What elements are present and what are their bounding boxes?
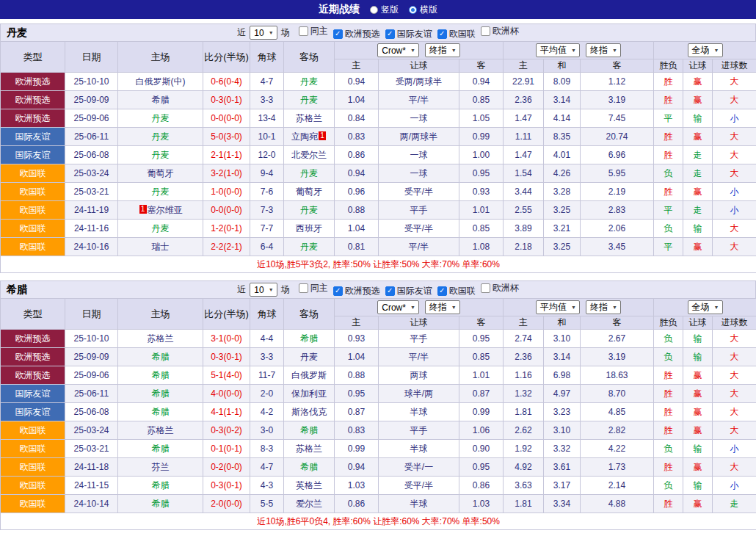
corner-score: 7-3 — [250, 201, 284, 220]
checkbox-icon[interactable]: ✓ — [385, 29, 395, 39]
filter-checkbox[interactable]: ✓欧国联 — [437, 285, 476, 297]
full-match-select[interactable]: 全场 ▼ — [688, 43, 723, 57]
league-badge: 欧国联 — [1, 477, 65, 495]
filter-checkbox[interactable]: ✓欧洲预选 — [333, 285, 380, 297]
asia-away-odds: 1.01 — [459, 366, 504, 385]
asia-away-odds: 0.86 — [459, 477, 504, 495]
asia-handicap-line: 平/半 — [379, 348, 459, 366]
asia-handicap-line: 平手 — [379, 421, 459, 440]
checkbox-icon[interactable]: ✓ — [437, 286, 447, 296]
filter-checkbox[interactable]: ✓国际友谊 — [385, 285, 432, 297]
checkbox-icon[interactable]: ✓ — [437, 29, 447, 39]
filter-checkbox[interactable]: ✓国际友谊 — [385, 28, 432, 40]
summary-text: 近10场,胜6平0负4, 胜率:60% 让胜率:60% 大率:70% 单率:50… — [1, 513, 756, 530]
euro-home-odds: 4.92 — [504, 458, 544, 477]
asia-away-odds: 0.85 — [459, 220, 504, 238]
result-handicap: 赢 — [683, 403, 713, 421]
filter-checkbox[interactable]: ✓欧洲预选 — [333, 28, 380, 40]
away-team: 立陶宛1 — [284, 128, 335, 146]
score: 5-0(3-0) — [203, 128, 250, 146]
europe-final-odds-select[interactable]: 终指 ▼ — [586, 300, 621, 314]
result-outcome: 负 — [654, 220, 683, 238]
games-count-select[interactable]: 10 ▼ — [250, 283, 277, 297]
summary-text: 近10场,胜5平3负2, 胜率:50% 让胜率:50% 大率:70% 单率:60… — [1, 256, 756, 273]
result-goals: 大 — [713, 220, 756, 238]
score: 0-3(0-2) — [203, 421, 250, 440]
checkbox-icon[interactable] — [299, 283, 308, 293]
euro-home-odds: 1.11 — [504, 128, 544, 146]
away-team: 西班牙 — [284, 220, 335, 238]
bookmaker-select[interactable]: Crow* ▼ — [377, 43, 419, 57]
europe-odds-header: 平均值 ▼ 终指 ▼ — [504, 299, 654, 316]
filter-checkbox[interactable]: 欧洲杯 — [481, 25, 519, 37]
layout-radio-horizontal[interactable]: 横版 — [409, 4, 437, 16]
games-count-select[interactable]: 10 ▼ — [250, 26, 277, 40]
match-date: 25-06-08 — [65, 403, 118, 421]
asia-final-odds-select[interactable]: 终指 ▼ — [425, 300, 460, 314]
asia-away-odds: 1.08 — [459, 238, 504, 256]
result-outcome: 负 — [654, 477, 683, 495]
corner-score: 4-7 — [250, 458, 284, 477]
league-badge: 欧国联 — [1, 220, 65, 238]
match-date: 24-11-18 — [65, 458, 118, 477]
checkbox-icon[interactable] — [481, 26, 490, 36]
europe-final-odds-select[interactable]: 终指 ▼ — [586, 43, 621, 57]
checkbox-label: 国际友谊 — [397, 285, 432, 297]
col-header-outcome: 胜负 — [654, 59, 683, 73]
corner-score: 7-7 — [250, 220, 284, 238]
checkbox-icon[interactable]: ✓ — [385, 286, 395, 296]
col-header-asia-home: 主 — [335, 316, 379, 330]
result-goals: 小 — [713, 477, 756, 495]
filter-checkbox[interactable]: ✓欧国联 — [437, 28, 476, 40]
radio-selected-icon[interactable] — [409, 6, 417, 14]
home-team: 希腊 — [118, 440, 203, 458]
checkbox-icon[interactable] — [481, 283, 490, 293]
euro-home-odds: 1.47 — [504, 109, 544, 128]
euro-away-odds: 3.19 — [581, 91, 654, 109]
match-row: 欧洲预选25-09-06丹麦0-0(0-0)13-4苏格兰0.84一球1.051… — [1, 109, 756, 128]
filter-checkbox[interactable]: 同主 — [299, 25, 328, 37]
asia-away-odds: 0.95 — [459, 330, 504, 348]
checkbox-icon[interactable]: ✓ — [333, 286, 343, 296]
asia-handicap-line: 平手 — [379, 201, 459, 220]
average-odds-select[interactable]: 平均值 ▼ — [536, 300, 580, 314]
match-row: 欧国联25-03-21希腊0-1(0-1)8-3苏格兰0.99半球0.901.9… — [1, 440, 756, 458]
recent-results-table: 类型 日期 主场 比分(半场) 角球 客场 Crow* ▼ 终指 ▼ — [0, 41, 756, 273]
result-outcome: 负 — [654, 164, 683, 183]
home-team: 希腊 — [118, 91, 203, 109]
away-team: 丹麦 — [284, 164, 335, 183]
asia-handicap-line: 平/半 — [379, 91, 459, 109]
asia-home-odds: 0.96 — [335, 183, 379, 201]
asia-home-odds: 0.93 — [335, 330, 379, 348]
asia-handicap-line: 半球 — [379, 403, 459, 421]
chevron-down-icon: ▼ — [451, 48, 457, 53]
home-team: 希腊 — [118, 495, 203, 513]
checkbox-label: 欧洲杯 — [493, 25, 519, 37]
layout-radio-vertical[interactable]: 竖版 — [370, 4, 399, 16]
result-outcome: 负 — [654, 330, 683, 348]
away-team: 丹麦 — [284, 348, 335, 366]
euro-home-odds: 1.47 — [504, 146, 544, 164]
col-header-date: 日期 — [65, 299, 118, 330]
summary-row: 近10场,胜6平0负4, 胜率:60% 让胜率:60% 大率:70% 单率:50… — [1, 513, 756, 530]
score: 0-3(0-1) — [203, 477, 250, 495]
euro-away-odds: 2.82 — [581, 421, 654, 440]
full-match-select[interactable]: 全场 ▼ — [688, 300, 723, 314]
league-badge: 国际友谊 — [1, 385, 65, 403]
chevron-down-icon: ▼ — [410, 305, 415, 310]
radio-icon[interactable] — [370, 6, 378, 14]
team-section: 丹麦 近 10 ▼ 场 同主✓欧洲预选✓国际友谊✓欧国联欧洲杯 类型 日期 主场… — [0, 23, 756, 273]
filter-checkbox[interactable]: 同主 — [299, 282, 328, 294]
asia-away-odds: 0.95 — [459, 164, 504, 183]
corner-score: 10-1 — [250, 128, 284, 146]
asia-final-odds-select[interactable]: 终指 ▼ — [425, 43, 460, 57]
match-row: 国际友谊25-06-08希腊4-1(1-1)4-2斯洛伐克0.87半球0.991… — [1, 403, 756, 421]
league-badge: 欧国联 — [1, 495, 65, 513]
filter-checkbox[interactable]: 欧洲杯 — [481, 282, 519, 294]
average-odds-select[interactable]: 平均值 ▼ — [536, 43, 580, 57]
asia-away-odds: 0.99 — [459, 403, 504, 421]
bookmaker-select[interactable]: Crow* ▼ — [377, 300, 419, 314]
checkbox-icon[interactable] — [299, 26, 308, 36]
asia-handicap-line: 一球 — [379, 109, 459, 128]
checkbox-icon[interactable]: ✓ — [333, 29, 343, 39]
